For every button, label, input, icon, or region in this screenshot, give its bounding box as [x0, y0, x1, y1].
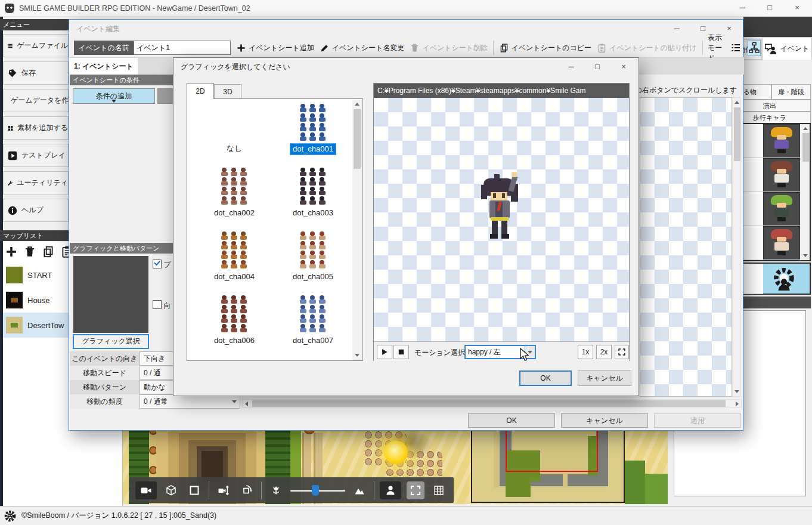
- scale-2x-button[interactable]: 2x: [596, 345, 612, 359]
- mountain-zoom-button[interactable]: [351, 481, 368, 499]
- sprite-leg: [492, 221, 498, 234]
- event-ok-button[interactable]: OK: [468, 413, 555, 428]
- graphic-item-dot_cha005[interactable]: dot_cha005: [277, 231, 349, 282]
- minimap[interactable]: [471, 419, 625, 503]
- graphic-item-dot_cha007[interactable]: dot_cha007: [277, 295, 349, 346]
- event-graphic-vscrollbar[interactable]: [732, 97, 741, 397]
- walk-char-thumbnail-2[interactable]: [763, 192, 800, 226]
- graphic-item-dot_cha001[interactable]: dot_cha001: [277, 104, 349, 155]
- test-play-icon: [7, 150, 18, 161]
- stop-icon: [397, 348, 405, 356]
- menu-item-1[interactable]: 保存: [3, 61, 69, 85]
- sprite-sheet-thumbnail: [220, 168, 249, 205]
- event-graphic-area[interactable]: [640, 97, 732, 397]
- delete-map-button[interactable]: [23, 245, 36, 258]
- play-button[interactable]: [377, 345, 392, 359]
- main-close-button[interactable]: ×: [786, 0, 808, 14]
- toolbar-button-4[interactable]: イベントシートのコピー: [499, 43, 592, 53]
- menu-buttons: ゲームファイル保存ゲームデータを作素材を追加するテストプレイユーティリティヘルプ: [0, 34, 70, 231]
- map-list-item-START[interactable]: START: [3, 262, 70, 288]
- flower-zoom-button[interactable]: [267, 481, 285, 499]
- zoom-slider-thumb[interactable]: [312, 485, 319, 496]
- map-item-label: DesertTow: [27, 321, 64, 330]
- flow-view-button[interactable]: [748, 40, 761, 56]
- walk-char-scrollbar[interactable]: [801, 124, 810, 260]
- stop-button[interactable]: [393, 345, 409, 359]
- walk-char-thumbnail-0[interactable]: [763, 124, 800, 158]
- menu-item-0[interactable]: ゲームファイル: [3, 34, 69, 57]
- copy-map-button[interactable]: [42, 245, 55, 258]
- add-map-button[interactable]: [5, 245, 18, 258]
- menu-item-4[interactable]: テストプレイ: [3, 144, 69, 167]
- zoom-slider[interactable]: [290, 481, 345, 499]
- event-name-input[interactable]: [134, 41, 231, 55]
- menu-item-3[interactable]: 素材を追加する: [3, 116, 69, 140]
- main-minimize-button[interactable]: ─: [731, 0, 754, 14]
- scale-1x-button[interactable]: 1x: [578, 345, 593, 359]
- map-list-item-DesertTow[interactable]: DesertTow: [3, 313, 70, 338]
- menu-item-5[interactable]: ユーティリティ: [3, 171, 69, 194]
- walk-char-name-cell[interactable]: [743, 226, 763, 260]
- category-door-stairs-button[interactable]: 扉・階段: [771, 84, 811, 100]
- camera-button[interactable]: [135, 481, 157, 499]
- menu-item-2[interactable]: ゲームデータを作: [3, 89, 69, 112]
- maplist-toolbar: [3, 242, 70, 261]
- walk-char-name-cell[interactable]: [743, 192, 763, 226]
- event-graphic-selected-row[interactable]: [742, 262, 811, 295]
- add-condition-button[interactable]: 条件の追加: [73, 88, 155, 104]
- walk-char-thumbnail-3[interactable]: [763, 226, 800, 260]
- direction-checkbox[interactable]: 向: [153, 300, 171, 311]
- menu-header: メニュー: [0, 19, 70, 30]
- menu-item-6[interactable]: ヘルプ: [3, 199, 69, 222]
- square-select-button[interactable]: [185, 481, 203, 499]
- toolbar-button-1[interactable]: イベントシート名変更: [320, 43, 405, 53]
- fullscreen-button[interactable]: [407, 481, 424, 499]
- map-list-item-House[interactable]: House: [3, 288, 70, 313]
- tab-2d[interactable]: 2D: [187, 83, 214, 99]
- tab-3d[interactable]: 3D: [214, 84, 241, 99]
- graphic-ok-button[interactable]: OK: [519, 370, 572, 386]
- grid-button[interactable]: [430, 481, 448, 499]
- character-figure: [771, 127, 792, 153]
- camera-height-button[interactable]: [215, 481, 233, 499]
- event-dialog-minimize-button[interactable]: ─: [665, 21, 688, 35]
- graphic-dialog-close-button[interactable]: ×: [612, 59, 635, 73]
- event-resize-grip[interactable]: [734, 422, 742, 429]
- toolbar-button-0[interactable]: イベントシート追加: [236, 43, 314, 53]
- graphic-item-dot_cha006[interactable]: dot_cha006: [198, 295, 271, 346]
- fit-view-button[interactable]: [615, 345, 629, 359]
- paste-icon: [597, 43, 607, 53]
- preview-canvas[interactable]: [374, 98, 629, 341]
- character-light-button[interactable]: [380, 481, 401, 499]
- menu-item-label: 保存: [21, 68, 36, 78]
- event-cancel-button[interactable]: キャンセル: [561, 413, 648, 428]
- list-view-button[interactable]: [729, 40, 742, 56]
- graphic-cancel-button[interactable]: キャンセル: [578, 370, 631, 386]
- event-hscrollbar[interactable]: [242, 399, 742, 407]
- graphic-item-dot_cha004[interactable]: dot_cha004: [198, 231, 271, 282]
- sprite-sheet-thumbnail: [299, 104, 327, 141]
- event-dialog-titlebar[interactable]: イベント編集: [69, 20, 743, 38]
- category-label: る物: [743, 88, 757, 97]
- rotate-button[interactable]: [238, 481, 256, 499]
- graphic-dialog-minimize-button[interactable]: ─: [560, 59, 582, 73]
- graphic-list-scrollbar[interactable]: [352, 100, 362, 360]
- graphic-item-label: dot_cha006: [212, 335, 257, 346]
- graphic-resize-grip[interactable]: [630, 387, 637, 394]
- game-file-icon: [7, 41, 13, 51]
- main-maximize-button[interactable]: □: [758, 0, 781, 14]
- property-value-dropdown[interactable]: 0 / 通常: [140, 394, 240, 409]
- preview-checkbox[interactable]: プ: [153, 260, 171, 270]
- cube-button[interactable]: [162, 481, 180, 499]
- graphic-select-button[interactable]: グラフィック選択: [73, 334, 149, 349]
- walk-char-name-cell[interactable]: [743, 158, 763, 192]
- graphic-item-なし[interactable]: なし: [198, 104, 271, 154]
- tab-event-sheet[interactable]: 1: イベントシート: [69, 58, 138, 75]
- graphic-item-dot_cha003[interactable]: dot_cha003: [277, 168, 349, 218]
- graphic-item-dot_cha002[interactable]: dot_cha002: [198, 168, 271, 218]
- walk-char-name-cell[interactable]: [743, 124, 763, 158]
- walk-char-thumbnail-1[interactable]: [763, 158, 800, 192]
- event-bubble-person-icon: [764, 42, 777, 55]
- graphic-dialog-maximize-button[interactable]: □: [586, 59, 609, 73]
- tab-event[interactable]: イベント: [762, 37, 812, 60]
